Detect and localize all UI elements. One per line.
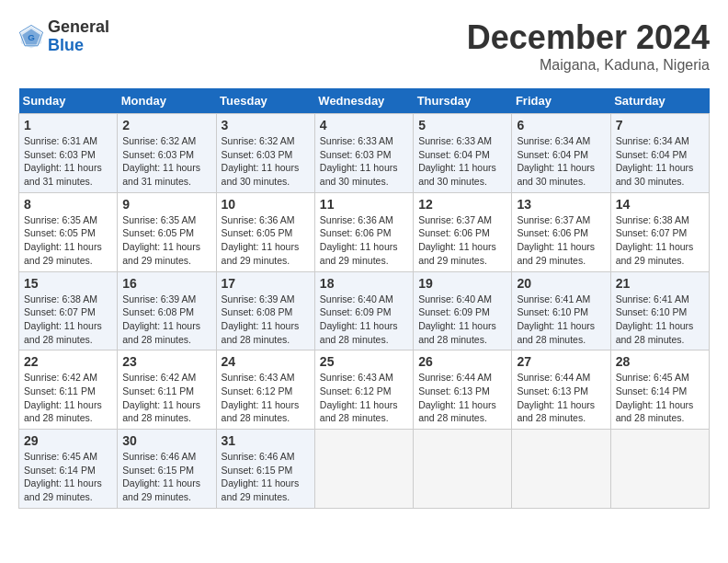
table-row: 30Sunrise: 6:46 AMSunset: 6:15 PMDayligh… xyxy=(118,430,216,509)
table-row: 16Sunrise: 6:39 AMSunset: 6:08 PMDayligh… xyxy=(118,271,216,350)
table-row: 25Sunrise: 6:43 AMSunset: 6:12 PMDayligh… xyxy=(314,350,413,430)
table-row: 15Sunrise: 6:38 AMSunset: 6:07 PMDayligh… xyxy=(19,271,118,350)
table-row: 11Sunrise: 6:36 AMSunset: 6:06 PMDayligh… xyxy=(314,192,413,271)
header-monday: Monday xyxy=(118,88,216,114)
day-info: Sunrise: 6:40 AMSunset: 6:09 PMDaylight:… xyxy=(320,293,408,347)
day-number: 7 xyxy=(616,118,704,132)
table-row: 17Sunrise: 6:39 AMSunset: 6:08 PMDayligh… xyxy=(216,271,314,350)
day-number: 4 xyxy=(320,118,408,132)
day-info: Sunrise: 6:46 AMSunset: 6:15 PMDaylight:… xyxy=(222,450,310,504)
day-info: Sunrise: 6:39 AMSunset: 6:08 PMDaylight:… xyxy=(222,293,310,347)
header-friday: Friday xyxy=(512,88,610,114)
day-info: Sunrise: 6:41 AMSunset: 6:10 PMDaylight:… xyxy=(616,293,704,347)
table-row: 22Sunrise: 6:42 AMSunset: 6:11 PMDayligh… xyxy=(19,350,118,430)
table-row: 31Sunrise: 6:46 AMSunset: 6:15 PMDayligh… xyxy=(216,430,314,509)
table-row: 29Sunrise: 6:45 AMSunset: 6:14 PMDayligh… xyxy=(19,430,118,509)
table-row xyxy=(512,430,610,509)
table-row: 3Sunrise: 6:32 AMSunset: 6:03 PMDaylight… xyxy=(216,114,314,193)
day-info: Sunrise: 6:43 AMSunset: 6:12 PMDaylight:… xyxy=(320,371,408,425)
day-number: 24 xyxy=(222,354,310,369)
table-row: 20Sunrise: 6:41 AMSunset: 6:10 PMDayligh… xyxy=(512,271,610,350)
table-row: 14Sunrise: 6:38 AMSunset: 6:07 PMDayligh… xyxy=(610,192,709,271)
day-number: 29 xyxy=(24,433,112,448)
day-number: 27 xyxy=(517,354,605,369)
table-row xyxy=(314,430,413,509)
table-row: 10Sunrise: 6:36 AMSunset: 6:05 PMDayligh… xyxy=(216,192,314,271)
calendar-week-row: 15Sunrise: 6:38 AMSunset: 6:07 PMDayligh… xyxy=(19,271,710,350)
table-row: 9Sunrise: 6:35 AMSunset: 6:05 PMDaylight… xyxy=(118,192,216,271)
table-row: 28Sunrise: 6:45 AMSunset: 6:14 PMDayligh… xyxy=(610,350,709,430)
day-number: 19 xyxy=(418,276,506,291)
calendar-week-row: 29Sunrise: 6:45 AMSunset: 6:14 PMDayligh… xyxy=(19,430,710,509)
day-number: 31 xyxy=(222,433,310,448)
day-number: 10 xyxy=(222,197,310,212)
table-row: 1Sunrise: 6:31 AMSunset: 6:03 PMDaylight… xyxy=(19,114,118,193)
day-number: 12 xyxy=(418,197,506,212)
day-info: Sunrise: 6:32 AMSunset: 6:03 PMDaylight:… xyxy=(122,134,210,189)
header-thursday: Thursday xyxy=(414,88,512,114)
day-info: Sunrise: 6:34 AMSunset: 6:04 PMDaylight:… xyxy=(616,134,704,189)
day-info: Sunrise: 6:32 AMSunset: 6:03 PMDaylight:… xyxy=(222,134,310,189)
day-number: 15 xyxy=(24,276,112,291)
header-sunday: Sunday xyxy=(19,88,118,114)
calendar-week-row: 1Sunrise: 6:31 AMSunset: 6:03 PMDaylight… xyxy=(19,114,710,193)
logo-general-text: General xyxy=(48,18,109,37)
day-info: Sunrise: 6:38 AMSunset: 6:07 PMDaylight:… xyxy=(24,293,112,347)
day-info: Sunrise: 6:34 AMSunset: 6:04 PMDaylight:… xyxy=(517,134,605,189)
day-info: Sunrise: 6:43 AMSunset: 6:12 PMDaylight:… xyxy=(222,371,310,425)
day-info: Sunrise: 6:45 AMSunset: 6:14 PMDaylight:… xyxy=(24,450,112,504)
table-row: 13Sunrise: 6:37 AMSunset: 6:06 PMDayligh… xyxy=(512,192,610,271)
day-info: Sunrise: 6:37 AMSunset: 6:06 PMDaylight:… xyxy=(517,213,605,268)
calendar-title: December 2024 xyxy=(467,18,710,57)
day-info: Sunrise: 6:39 AMSunset: 6:08 PMDaylight:… xyxy=(122,293,210,347)
page-header: G General Blue December 2024 Maigana, Ka… xyxy=(18,18,710,74)
day-info: Sunrise: 6:40 AMSunset: 6:09 PMDaylight:… xyxy=(418,293,506,347)
table-row: 21Sunrise: 6:41 AMSunset: 6:10 PMDayligh… xyxy=(610,271,709,350)
day-info: Sunrise: 6:31 AMSunset: 6:03 PMDaylight:… xyxy=(24,134,112,189)
logo-text: General Blue xyxy=(48,18,109,55)
day-number: 16 xyxy=(122,276,210,291)
day-info: Sunrise: 6:44 AMSunset: 6:13 PMDaylight:… xyxy=(418,371,506,425)
header-wednesday: Wednesday xyxy=(314,88,413,114)
day-number: 13 xyxy=(517,197,605,212)
table-row: 12Sunrise: 6:37 AMSunset: 6:06 PMDayligh… xyxy=(414,192,512,271)
table-row: 6Sunrise: 6:34 AMSunset: 6:04 PMDaylight… xyxy=(512,114,610,193)
day-info: Sunrise: 6:41 AMSunset: 6:10 PMDaylight:… xyxy=(517,293,605,347)
day-info: Sunrise: 6:38 AMSunset: 6:07 PMDaylight:… xyxy=(616,213,704,268)
day-info: Sunrise: 6:35 AMSunset: 6:05 PMDaylight:… xyxy=(122,213,210,268)
day-number: 6 xyxy=(517,118,605,132)
table-row xyxy=(414,430,512,509)
logo: G General Blue xyxy=(18,18,109,55)
day-number: 25 xyxy=(320,354,408,369)
day-number: 11 xyxy=(320,197,408,212)
day-number: 30 xyxy=(122,433,210,448)
day-info: Sunrise: 6:36 AMSunset: 6:05 PMDaylight:… xyxy=(222,213,310,268)
day-number: 17 xyxy=(222,276,310,291)
day-number: 22 xyxy=(24,354,112,369)
day-number: 9 xyxy=(122,197,210,212)
calendar-header-row: Sunday Monday Tuesday Wednesday Thursday… xyxy=(19,88,710,114)
day-info: Sunrise: 6:42 AMSunset: 6:11 PMDaylight:… xyxy=(122,371,210,425)
day-info: Sunrise: 6:44 AMSunset: 6:13 PMDaylight:… xyxy=(517,371,605,425)
calendar-location: Maigana, Kaduna, Nigeria xyxy=(467,57,710,74)
day-number: 20 xyxy=(517,276,605,291)
day-number: 21 xyxy=(616,276,704,291)
table-row: 18Sunrise: 6:40 AMSunset: 6:09 PMDayligh… xyxy=(314,271,413,350)
header-tuesday: Tuesday xyxy=(216,88,314,114)
day-number: 26 xyxy=(418,354,506,369)
day-number: 3 xyxy=(222,118,310,132)
day-number: 28 xyxy=(616,354,704,369)
day-number: 8 xyxy=(24,197,112,212)
day-number: 5 xyxy=(418,118,506,132)
day-number: 2 xyxy=(122,118,210,132)
calendar-week-row: 8Sunrise: 6:35 AMSunset: 6:05 PMDaylight… xyxy=(19,192,710,271)
calendar-table: Sunday Monday Tuesday Wednesday Thursday… xyxy=(18,88,710,509)
day-number: 14 xyxy=(616,197,704,212)
day-info: Sunrise: 6:45 AMSunset: 6:14 PMDaylight:… xyxy=(616,371,704,425)
day-info: Sunrise: 6:35 AMSunset: 6:05 PMDaylight:… xyxy=(24,213,112,268)
table-row: 23Sunrise: 6:42 AMSunset: 6:11 PMDayligh… xyxy=(118,350,216,430)
day-number: 18 xyxy=(320,276,408,291)
table-row: 27Sunrise: 6:44 AMSunset: 6:13 PMDayligh… xyxy=(512,350,610,430)
header-saturday: Saturday xyxy=(610,88,709,114)
day-number: 1 xyxy=(24,118,112,132)
